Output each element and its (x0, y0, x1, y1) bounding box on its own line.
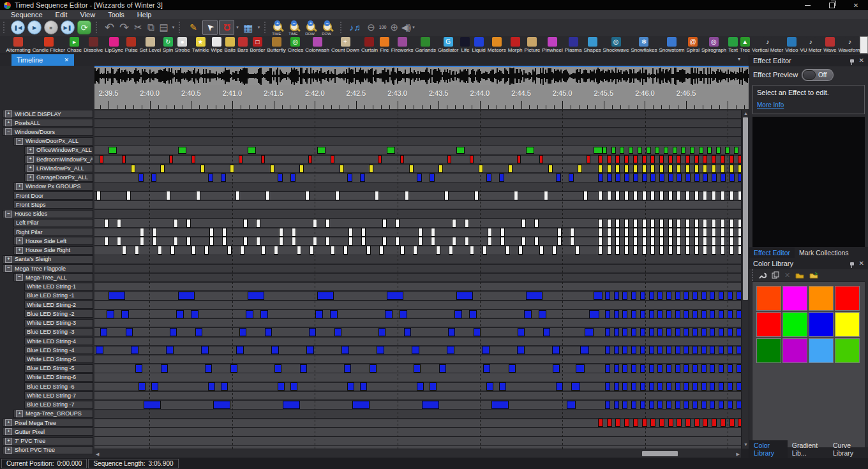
effect-block[interactable] (640, 401, 645, 409)
effect-block[interactable] (348, 228, 353, 237)
effect-block[interactable] (703, 174, 708, 182)
effect-vu-meter-button[interactable]: ♪VU Meter (800, 37, 821, 53)
effect-block[interactable] (710, 401, 715, 409)
effect-block[interactable] (239, 328, 246, 336)
effect-block[interactable] (317, 292, 334, 300)
tree-row[interactable]: Left Pilar (0, 219, 94, 227)
duplicate-icon[interactable] (772, 271, 779, 279)
effect-block[interactable] (208, 174, 213, 182)
effect-block[interactable] (104, 237, 108, 246)
effect-block[interactable] (366, 246, 371, 255)
tree-item-bar[interactable]: Blue LED String -1 (24, 292, 93, 300)
effect-block[interactable] (400, 155, 404, 163)
effect-block[interactable] (300, 364, 307, 373)
effect-block[interactable] (685, 165, 690, 173)
effect-twinkle-button[interactable]: ★Twinkle (192, 37, 209, 53)
grid-row[interactable] (94, 437, 741, 445)
effect-block[interactable] (614, 364, 619, 373)
effect-block[interactable] (191, 310, 198, 318)
effect-block[interactable] (614, 292, 619, 300)
volume-dropdown-caret[interactable]: ▾ (412, 25, 415, 30)
effect-block[interactable] (138, 174, 144, 182)
effect-block[interactable] (508, 165, 513, 173)
effect-block[interactable] (587, 155, 590, 163)
effect-block[interactable] (335, 191, 340, 200)
grid-row[interactable] (94, 373, 741, 381)
effect-block[interactable] (274, 246, 278, 255)
color-swatch[interactable] (756, 286, 781, 311)
effect-block[interactable] (382, 237, 387, 246)
effect-block[interactable] (649, 328, 654, 336)
effect-block[interactable] (649, 310, 654, 318)
vertical-scrollbar-thumb[interactable] (743, 117, 748, 300)
effect-block[interactable] (734, 147, 738, 154)
effect-block[interactable] (624, 165, 629, 173)
color-swatch[interactable] (756, 338, 781, 363)
effect-block[interactable] (505, 246, 510, 255)
effect-block[interactable] (514, 191, 518, 200)
effect-block[interactable] (517, 346, 525, 354)
effect-block[interactable] (707, 147, 712, 154)
effect-block[interactable] (465, 219, 469, 228)
effect-block[interactable] (456, 292, 473, 300)
effect-block[interactable] (668, 155, 673, 163)
effect-block[interactable] (624, 219, 629, 228)
effect-block[interactable] (100, 155, 103, 163)
effect-block[interactable] (169, 155, 173, 163)
toolbar-overflow-handle[interactable] (860, 36, 868, 54)
zoom-time-out-button[interactable]: −TIME (288, 20, 303, 35)
effect-block[interactable] (379, 246, 384, 255)
effect-block[interactable] (659, 165, 664, 173)
effect-block[interactable] (719, 328, 724, 336)
effect-block[interactable] (701, 382, 707, 391)
effect-block[interactable] (719, 346, 724, 354)
tree-row[interactable]: +Gutter Pixel (0, 428, 94, 436)
skip-to-end-button[interactable]: ▶❚ (61, 20, 75, 34)
tree-item-bar[interactable]: Blue LED String -4 (24, 346, 93, 354)
color-swatch[interactable] (835, 286, 860, 311)
effect-block[interactable] (730, 155, 734, 163)
effect-block[interactable] (703, 191, 707, 200)
speed-up-button[interactable]: ⊕ (390, 22, 398, 33)
pin-icon[interactable] (850, 262, 854, 265)
effect-block[interactable] (607, 219, 611, 228)
effect-block[interactable] (474, 328, 481, 336)
effect-block[interactable] (117, 237, 121, 246)
effect-block[interactable] (650, 228, 655, 237)
tree-expander-icon[interactable]: + (5, 419, 12, 426)
effect-block[interactable] (710, 382, 715, 391)
effect-block[interactable] (360, 382, 367, 391)
effect-block[interactable] (186, 219, 191, 228)
effect-block[interactable] (677, 165, 681, 173)
effect-block[interactable] (412, 346, 419, 354)
effect-block[interactable] (728, 364, 733, 373)
speed-indicator[interactable]: 100 (379, 25, 387, 30)
effect-block[interactable] (448, 328, 455, 336)
tree-row[interactable]: Right Pilar (0, 228, 94, 236)
effect-block[interactable] (144, 401, 161, 409)
effect-block[interactable] (209, 228, 214, 237)
effect-block[interactable] (135, 246, 139, 255)
effect-block[interactable] (692, 382, 698, 391)
effect-block[interactable] (685, 155, 690, 163)
effect-block[interactable] (710, 364, 715, 373)
effect-block[interactable] (557, 237, 562, 246)
effect-block[interactable] (649, 382, 654, 391)
color-swatch[interactable] (809, 338, 834, 363)
effect-block[interactable] (209, 237, 214, 246)
effect-block[interactable] (131, 346, 138, 354)
effect-block[interactable] (521, 237, 526, 246)
effect-shockwave-button[interactable]: ◎Shockwave (603, 37, 629, 53)
effect-block[interactable] (583, 191, 588, 200)
effect-block[interactable] (694, 237, 699, 246)
grid-row[interactable] (94, 128, 741, 136)
tab-effect-editor[interactable]: Effect Editor (749, 248, 795, 258)
tree-row[interactable]: Blue LED String -6 (0, 382, 94, 391)
edit-wrench-icon[interactable] (758, 271, 767, 279)
effect-block[interactable] (469, 310, 477, 318)
effect-block[interactable] (452, 219, 456, 228)
effect-block[interactable] (703, 419, 708, 427)
effect-block[interactable] (690, 147, 694, 154)
snap-dropdown-caret[interactable]: ▾ (236, 25, 239, 30)
effect-block[interactable] (614, 401, 619, 409)
